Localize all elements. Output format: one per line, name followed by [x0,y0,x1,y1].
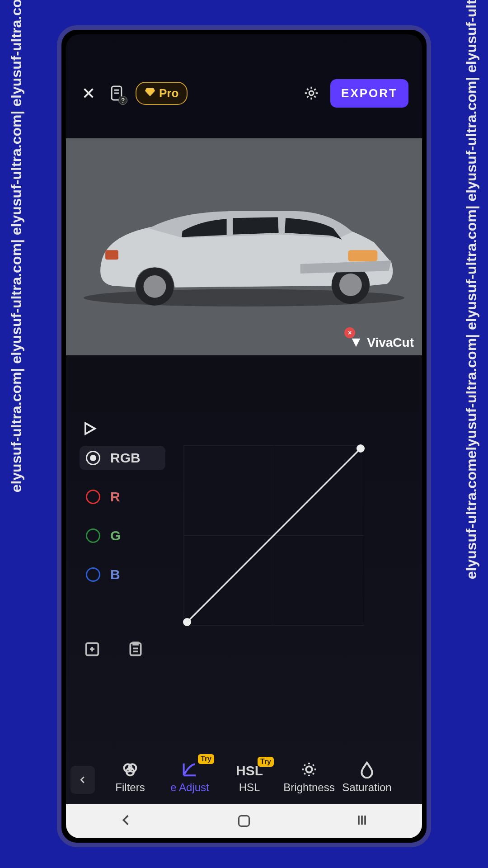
curves-panel: RGB R G B [66,441,422,626]
gear-icon [303,85,319,101]
nav-recents-button[interactable] [354,812,370,830]
vivacut-logo-icon [350,336,362,349]
clipboard-icon [127,640,145,658]
square-icon [238,815,250,827]
site-watermark-right: elyusuf-ultra.comelyusuf-ultra.com| elyu… [463,0,480,579]
preview-canvas[interactable]: × VivaCut [66,138,422,355]
pro-label: Pro [159,86,178,100]
svg-point-15 [306,766,312,772]
chevron-left-icon [118,812,134,828]
nav-home-button[interactable] [238,815,250,827]
chevron-left-icon [78,775,88,785]
tool-strip: Filters Try e Adjust Try HSL HSL [66,752,422,804]
tool-filters[interactable]: Filters [101,760,159,794]
nav-back-button[interactable] [118,812,134,830]
channel-green[interactable]: G [80,524,165,548]
try-badge: Try [198,754,214,764]
phone-screen: ? Pro EXPORT [66,34,422,838]
channel-red-label: R [110,489,120,505]
tool-filters-label: Filters [115,781,145,794]
green-radio-icon [86,528,100,543]
three-bars-icon [354,812,370,828]
filters-icon [121,760,139,778]
tool-saturation-label: Saturation [342,781,391,794]
settings-button[interactable] [302,84,320,102]
try-badge: Try [258,757,274,767]
curve-handle-high[interactable] [357,444,365,453]
curve-panel-action-row [66,626,422,660]
saturation-icon [358,760,376,778]
phone-frame: ? Pro EXPORT [57,25,431,847]
svg-point-6 [339,274,362,296]
android-nav-bar [66,804,422,838]
svg-point-4 [144,275,166,298]
tool-brightness[interactable]: Brightness [280,760,338,794]
curve-adjust-icon [181,760,199,778]
channel-blue-label: B [110,567,120,582]
channel-rgb[interactable]: RGB [80,446,165,470]
blue-radio-icon [86,567,100,582]
curve-handle-low[interactable] [183,618,191,626]
play-icon [81,420,98,437]
channel-blue[interactable]: B [80,562,165,587]
rgb-radio-icon [86,451,100,465]
svg-rect-8 [105,250,118,259]
tool-saturation[interactable]: Saturation [340,760,394,794]
tool-adjust-label: e Adjust [170,781,209,794]
svg-rect-7 [348,250,377,261]
curve-handles [183,445,364,626]
question-badge-icon: ? [118,96,127,105]
tool-hsl[interactable]: Try HSL HSL [221,763,278,794]
channel-green-label: G [110,528,121,543]
channel-rgb-label: RGB [110,450,141,466]
diamond-icon [145,88,155,99]
site-watermark-left: elyusuf-ultra.com| elyusuf-ultra.com| el… [8,0,25,492]
close-icon [81,86,96,100]
app-root: ? Pro EXPORT [66,34,422,838]
tool-brightness-label: Brightness [283,781,334,794]
add-layer-icon [83,640,101,658]
brightness-icon [300,760,318,778]
app-watermark: VivaCut [350,335,414,350]
red-radio-icon [86,490,100,504]
top-bar: ? Pro EXPORT [66,75,422,111]
add-point-button[interactable] [83,640,101,660]
tool-back-button[interactable] [70,766,95,794]
play-button[interactable] [81,420,407,439]
export-button[interactable]: EXPORT [330,79,408,108]
close-button[interactable] [80,84,98,102]
pro-upgrade-button[interactable]: Pro [136,82,188,105]
reset-curve-button[interactable] [127,640,145,660]
watermark-app-name: VivaCut [367,335,414,350]
preview-gap [66,355,422,410]
help-button[interactable]: ? [108,83,126,103]
tool-hsl-label: HSL [239,781,260,794]
tool-curve-adjust[interactable]: Try e Adjust [161,760,219,794]
playback-row [66,410,422,441]
channel-list: RGB R G B [80,443,165,626]
svg-point-1 [309,91,314,95]
preview-image [75,175,413,310]
curve-graph[interactable] [183,445,364,626]
channel-red[interactable]: R [80,485,165,509]
